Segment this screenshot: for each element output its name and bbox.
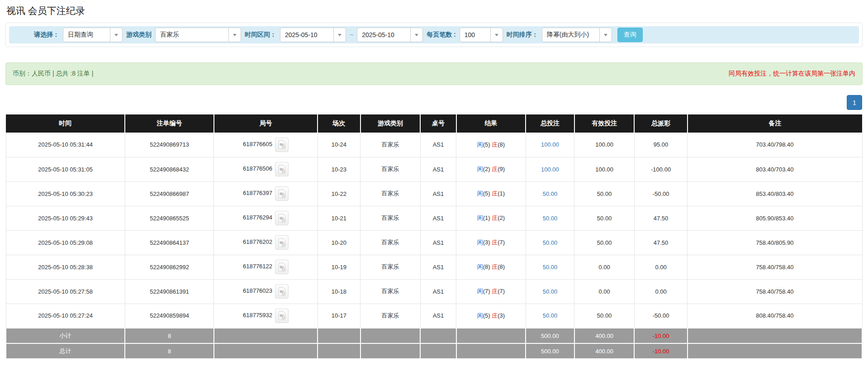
cell-total-bet: 50.00 <box>526 279 574 304</box>
result-player-score: (7) <box>483 288 490 295</box>
column-header-1: 注单编号 <box>125 114 214 133</box>
cell-bet-id: 522490864137 <box>125 230 214 255</box>
column-header-9: 总派彩 <box>634 114 687 133</box>
video-replay-button[interactable] <box>275 309 289 323</box>
result-banker: 庄 <box>492 214 498 221</box>
cell-session: 10-21 <box>318 206 360 230</box>
round-id-text: 618776023 <box>243 287 272 294</box>
cell-total-bet: 100.00 <box>526 157 574 181</box>
video-replay-button[interactable] <box>275 284 289 299</box>
time-range-label: 时间区间： <box>245 31 276 39</box>
cell-remark: 703.40/798.40 <box>688 133 862 157</box>
result-banker: 庄 <box>492 288 498 295</box>
cell-payout: 47.50 <box>634 206 687 230</box>
cell-payout: -50.00 <box>634 304 687 328</box>
column-header-4: 游戏类别 <box>360 114 421 133</box>
summary-count: 8 <box>125 328 214 343</box>
cell-table-no: AS1 <box>420 181 456 206</box>
cell-round-id: 618776023 <box>214 279 318 304</box>
cell-remark: 758.40/758.40 <box>688 255 862 279</box>
cell-game-type: 百家乐 <box>360 279 421 304</box>
summary-empty <box>456 328 526 343</box>
cell-valid-bet: 0.00 <box>574 255 635 279</box>
result-player-score: (5) <box>483 141 490 148</box>
cell-bet-id: 522490861391 <box>125 279 214 304</box>
result-banker: 庄 <box>492 312 498 319</box>
cell-session: 10-23 <box>318 157 360 181</box>
query-type-select[interactable]: 日期查询 <box>63 28 123 42</box>
total-bet-link[interactable]: 50.00 <box>543 215 558 222</box>
cell-table-no: AS1 <box>420 230 456 255</box>
result-player-score: (2) <box>483 166 490 172</box>
cell-round-id: 618776506 <box>214 157 318 181</box>
cell-total-bet: 50.00 <box>526 230 574 255</box>
video-replay-button[interactable] <box>275 162 289 176</box>
video-icon <box>278 165 286 174</box>
summary-empty <box>420 328 456 343</box>
result-banker-score: (8) <box>498 141 505 148</box>
sort-select[interactable]: 降幂(由大到小) <box>542 28 612 42</box>
cell-game-type: 百家乐 <box>360 230 421 255</box>
bet-records-table: 时间注单编号局号场次游戏类别桌号结果总投注有效投注总派彩备注 2025-05-1… <box>5 114 863 359</box>
video-replay-button[interactable] <box>275 260 289 274</box>
video-replay-button[interactable] <box>275 235 289 250</box>
cell-session: 10-18 <box>318 279 360 304</box>
summary-label: 总计 <box>6 343 125 359</box>
query-type-value: 日期查询 <box>63 28 110 42</box>
chevron-down-icon <box>599 28 612 42</box>
cell-round-id: 618776294 <box>214 206 318 230</box>
range-tilde: ~ <box>350 31 353 38</box>
summary-empty <box>214 343 318 359</box>
total-bet-link[interactable]: 100.00 <box>541 166 559 173</box>
page-size-select[interactable]: 100 <box>460 28 503 42</box>
total-bet-link[interactable]: 100.00 <box>541 141 559 148</box>
date-from-value: 2025-05-10 <box>280 28 333 42</box>
result-banker-score: (7) <box>498 239 505 246</box>
cell-time: 2025-05-10 05:31:05 <box>6 157 125 181</box>
video-replay-button[interactable] <box>275 211 289 225</box>
table-row: 2025-05-10 05:27:24522490859894618775932… <box>6 304 862 328</box>
summary-total-bet: 500.00 <box>526 343 574 359</box>
cell-remark: 853.40/803.40 <box>688 181 862 206</box>
cell-table-no: AS1 <box>420 206 456 230</box>
summary-row-subtotal: 小计8500.00400.00-10.00 <box>6 328 862 343</box>
video-replay-button[interactable] <box>275 186 289 201</box>
cell-session: 10-22 <box>318 181 360 206</box>
date-to-picker[interactable]: 2025-05-10 <box>357 28 423 42</box>
currency-total-text: 币别：人民币 | 总共 :8 注单 | <box>13 70 93 78</box>
query-button[interactable]: 查询 <box>617 28 643 42</box>
video-icon <box>278 311 286 320</box>
round-id-text: 618775932 <box>243 312 272 319</box>
total-bet-link[interactable]: 50.00 <box>543 190 558 197</box>
table-row: 2025-05-10 05:28:38522490862992618776122… <box>6 255 862 279</box>
total-bet-link[interactable]: 50.00 <box>543 288 558 295</box>
cell-game-type: 百家乐 <box>360 206 421 230</box>
table-header-row: 时间注单编号局号场次游戏类别桌号结果总投注有效投注总派彩备注 <box>6 114 862 133</box>
round-id-text: 618776605 <box>243 141 272 147</box>
cell-remark: 803.40/703.40 <box>688 157 862 181</box>
summary-empty <box>688 343 862 359</box>
cell-round-id: 618775932 <box>214 304 318 328</box>
summary-bar: 币别：人民币 | 总共 :8 注单 | 同局有效投注，统一计算在该局第一张注单内 <box>5 62 863 85</box>
summary-count: 8 <box>125 343 214 359</box>
summary-payout: -10.00 <box>634 343 687 359</box>
summary-valid-bet: 400.00 <box>574 343 635 359</box>
date-from-picker[interactable]: 2025-05-10 <box>280 28 346 42</box>
total-bet-link[interactable]: 50.00 <box>543 312 558 319</box>
cell-payout: -50.00 <box>634 181 687 206</box>
total-bet-link[interactable]: 50.00 <box>543 264 558 271</box>
page-size-value: 100 <box>460 28 490 42</box>
game-type-select[interactable]: 百家乐 <box>155 28 241 42</box>
filter-bar: 请选择： 日期查询 游戏类别 百家乐 时间区间： 2025-05-10 ~ 20… <box>9 26 859 43</box>
summary-empty <box>360 328 421 343</box>
summary-valid-bet: 400.00 <box>574 328 635 343</box>
page-button-1[interactable]: 1 <box>847 95 862 110</box>
result-banker-score: (9) <box>498 166 505 172</box>
result-banker: 庄 <box>492 166 498 172</box>
video-replay-button[interactable] <box>275 138 289 152</box>
total-bet-link[interactable]: 50.00 <box>543 239 558 246</box>
cell-bet-id: 522490865525 <box>125 206 214 230</box>
round-id-text: 618776294 <box>243 214 272 221</box>
cell-game-type: 百家乐 <box>360 133 421 157</box>
result-player: 闲 <box>477 288 483 295</box>
